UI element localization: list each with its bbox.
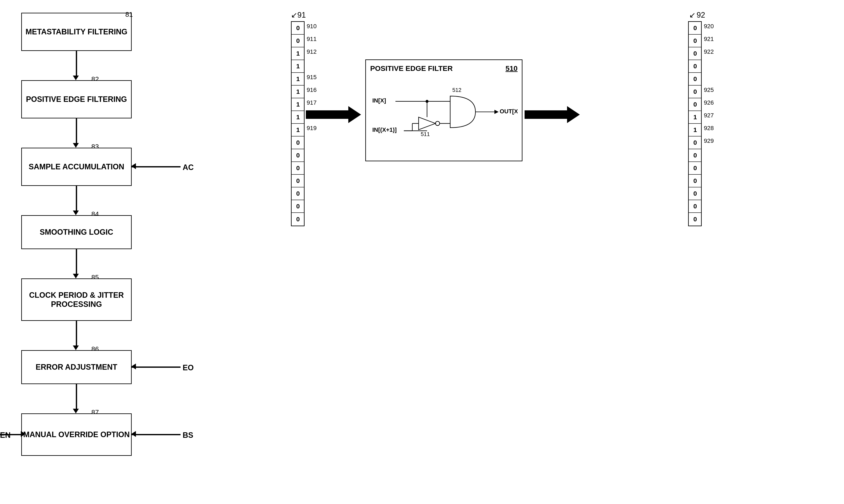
bit-label-917: 917 [307,99,317,106]
bs-label: BS [183,431,193,440]
en-label: EN [0,431,11,440]
svg-text:512: 512 [452,87,462,93]
eo-label: EO [183,363,194,372]
svg-text:511: 511 [421,131,430,137]
svg-marker-0 [306,106,361,123]
bit-cell-915: 1 [292,86,304,98]
bit-label-929: 929 [704,138,714,144]
logic-title: POSITIVE EDGE FILTER [370,64,453,73]
bit-cell-9212: 0 [689,175,702,187]
bit-cell-912: 1 [292,47,304,60]
box-error-adj: ERROR ADJUSTMENT [21,350,132,384]
box-metastability: METASTABILITY FILTERING [21,13,132,51]
bit-cell-913: 1 [292,60,304,73]
bit-label-928: 928 [704,125,714,131]
logic-diagram-svg: IN[X] IN[(X+1)] 511 [370,75,518,155]
bit-label-919: 919 [307,125,317,131]
bit-cell-9110: 0 [292,149,304,162]
bit-cell-918: 1 [292,124,304,137]
diagram: METASTABILITY FILTERING 81 82 POSITIVE E… [0,0,844,504]
bit-cell-923: 0 [689,60,702,73]
bit-cell-9215: 0 [689,213,702,226]
box-smoothing: SMOOTHING LOGIC [21,215,132,249]
bit-cell-9213: 0 [689,187,702,200]
bit-label-922: 922 [704,48,714,55]
bit-label-927: 927 [704,112,714,119]
bit-cell-911: 0 [292,35,304,47]
bit-label-912: 912 [307,48,317,55]
bit-array-91: 0 0 1 1 1 1 1 1 1 0 0 0 0 0 0 0 [291,21,305,226]
bit-label-916: 916 [307,87,317,93]
bit-array-92: 0 0 0 0 0 0 0 1 1 0 0 0 0 0 0 0 [688,21,702,226]
logic-gate-box: POSITIVE EDGE FILTER 510 IN[X] IN[(X+1)]… [365,59,522,161]
box-positive-edge: POSITIVE EDGE FILTERING [21,80,132,119]
bit-cell-9115: 0 [292,213,304,226]
bit-cell-929: 0 [689,137,702,149]
in-x1-label: IN[(X+1)] [372,126,397,133]
bit-label-911: 911 [307,36,317,42]
bit-cell-920: 0 [689,22,702,35]
ref-81: 81 [125,11,133,18]
bit-label-926: 926 [704,99,714,106]
bit-label-915: 915 [307,74,317,80]
bit-cell-924: 0 [689,73,702,86]
bit-cell-928: 1 [689,124,702,137]
bit-cell-926: 0 [689,98,702,111]
bit-cell-927: 1 [689,111,702,124]
box-clock-period: CLOCK PERIOD & JITTER PROCESSING [21,278,132,321]
bit-cell-9210: 0 [689,149,702,162]
bit-label-910: 910 [307,23,317,30]
bit-cell-921: 0 [689,35,702,47]
bit-cell-925: 0 [689,86,702,98]
box-manual-override: MANUAL OVERRIDE OPTION [21,413,132,456]
bit-cell-916: 1 [292,98,304,111]
in-x-label: IN[X] [372,97,386,104]
svg-marker-16 [495,110,499,114]
bit-cell-917: 1 [292,111,304,124]
ref-92: 92 [696,11,705,19]
bit-label-920: 920 [704,23,714,30]
box-sample-accum: SAMPLE ACCUMULATION [21,148,132,186]
ac-label: AC [183,163,194,172]
svg-marker-17 [524,106,580,123]
bit-label-921: 921 [704,36,714,42]
bit-cell-910: 0 [292,22,304,35]
bit-cell-922: 0 [689,47,702,60]
svg-marker-5 [419,117,435,130]
bit-cell-914: 1 [292,73,304,86]
bit-label-925: 925 [704,87,714,93]
bit-cell-919: 0 [292,137,304,149]
bit-cell-9214: 0 [689,200,702,213]
out-x-label: OUT[X] [500,108,518,114]
logic-ref: 510 [505,64,518,73]
arrow-from-logic [524,106,580,123]
bit-cell-9211: 0 [689,162,702,175]
bit-cell-9113: 0 [292,187,304,200]
bit-cell-9111: 0 [292,162,304,175]
ref-91: 91 [297,11,306,19]
bit-cell-9112: 0 [292,175,304,187]
arrow-to-logic [306,106,361,123]
bit-cell-9114: 0 [292,200,304,213]
